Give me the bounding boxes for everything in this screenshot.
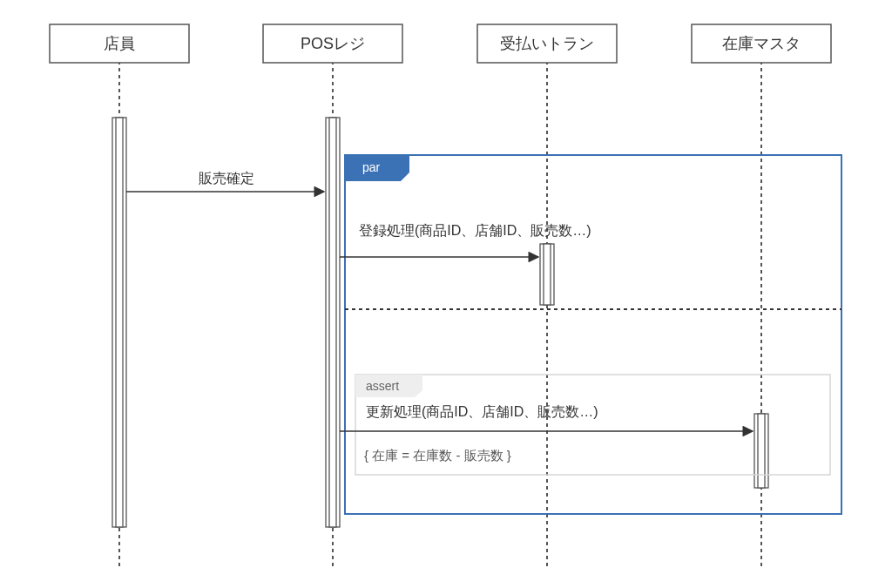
- svg-rect-5: [116, 118, 123, 527]
- participant-pos: POSレジ: [263, 24, 402, 63]
- svg-rect-11: [758, 414, 765, 488]
- participant-stock: 在庫マスタ: [692, 24, 831, 63]
- participant-label-pos: POSレジ: [301, 35, 365, 52]
- frame-assert-label: assert: [366, 379, 399, 393]
- activation-pos: [326, 118, 340, 527]
- sequence-diagram: 店員 POSレジ 受払いトラン 在庫マスタ par: [0, 0, 892, 588]
- participant-tran: 受払いトラン: [477, 24, 617, 63]
- message-label-register: 登録処理(商品ID、店舗ID、販売数…): [359, 223, 591, 238]
- message-update: 更新処理(商品ID、店舗ID、販売数…): [340, 404, 753, 431]
- message-sale-confirm: 販売確定: [126, 171, 324, 192]
- activation-stock: [754, 414, 768, 488]
- participant-clerk: 店員: [50, 24, 189, 63]
- message-label-update: 更新処理(商品ID、店舗ID、販売数…): [366, 404, 598, 419]
- message-label-sale-confirm: 販売確定: [199, 171, 254, 186]
- frame-par-label: par: [362, 160, 381, 174]
- participant-label-stock: 在庫マスタ: [722, 35, 801, 52]
- activation-clerk: [112, 118, 126, 527]
- participant-label-clerk: 店員: [104, 35, 135, 52]
- svg-rect-7: [329, 118, 336, 527]
- activation-tran: [540, 244, 554, 305]
- participant-label-tran: 受払いトラン: [500, 35, 594, 52]
- assert-guard: { 在庫 = 在庫数 - 販売数 }: [364, 448, 511, 463]
- svg-rect-9: [544, 244, 551, 305]
